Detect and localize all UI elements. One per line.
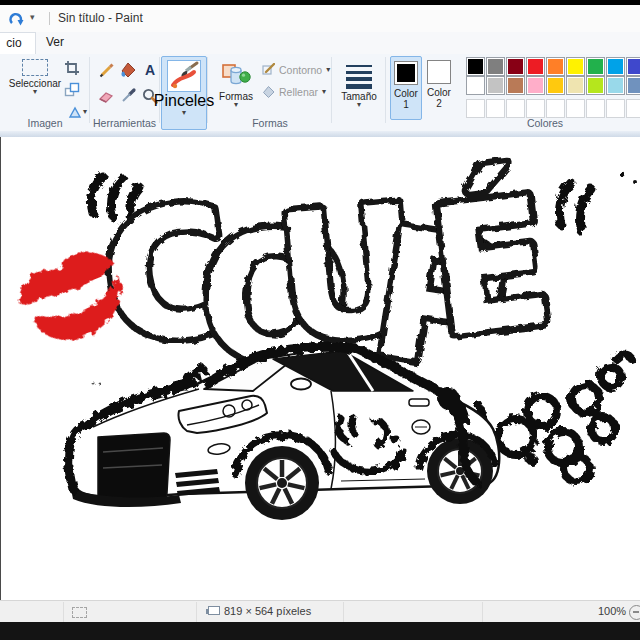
palette-swatch[interactable]	[626, 76, 640, 95]
crop-icon	[64, 60, 80, 76]
canvas-size-text: 819 × 564 píxeles	[224, 605, 311, 617]
size-button[interactable]: Tamaño ▾	[337, 56, 381, 108]
palette-swatch[interactable]	[566, 57, 585, 76]
text-tool-icon: A	[145, 62, 155, 78]
eraser-icon	[97, 87, 115, 105]
selection-size-icon	[72, 607, 87, 618]
palette-swatch[interactable]	[546, 57, 565, 76]
zoom-level-text: 100%	[598, 605, 626, 617]
palette-swatch[interactable]	[546, 76, 565, 95]
palette-swatch[interactable]	[486, 57, 505, 76]
dropdown-caret-icon: ▾	[33, 89, 37, 95]
pencil-icon	[97, 61, 115, 79]
palette-swatch-empty[interactable]	[526, 99, 545, 118]
fill-bucket-icon	[119, 61, 137, 79]
ribbon: Seleccionar ▾ ▾ Imagen	[0, 54, 640, 131]
palette-swatch[interactable]	[586, 76, 605, 95]
statusbar-separator	[343, 602, 344, 622]
window-title: Sin título - Paint	[58, 11, 143, 25]
fill-shape-icon	[262, 85, 275, 98]
line-size-icon	[345, 63, 373, 89]
ribbon-tab-row: cio Ver	[0, 32, 640, 55]
color2-label: Color 2	[427, 87, 451, 109]
qat-dropdown-caret-icon[interactable]: ▾	[30, 12, 35, 22]
palette-swatch-empty[interactable]	[546, 99, 565, 118]
brush-icon	[167, 60, 201, 92]
palette-swatch[interactable]	[526, 57, 545, 76]
select-button[interactable]: Seleccionar ▾	[6, 56, 64, 95]
fill-shape-button[interactable]: Rellenar ▾	[262, 85, 326, 98]
zoom-out-icon[interactable]	[629, 605, 640, 620]
selection-rectangle-icon	[22, 59, 48, 76]
eyedropper-icon	[119, 87, 137, 105]
undo-icon[interactable]	[8, 11, 24, 27]
image-size-icon	[206, 606, 220, 617]
pencil-tool-button[interactable]	[96, 60, 116, 80]
tab-ver[interactable]: Ver	[38, 32, 72, 53]
exhaust-smoke-doodle	[479, 355, 631, 483]
fill-shape-label: Rellenar	[279, 86, 318, 98]
svg-text:É: É	[419, 159, 563, 376]
canvas-artwork: C O U P É	[1, 137, 640, 600]
color-picker-tool-button[interactable]	[118, 86, 138, 106]
palette-swatch[interactable]	[466, 57, 485, 76]
color1-swatch	[394, 61, 418, 85]
brushes-button[interactable]: Pinceles ▾	[161, 56, 207, 130]
dropdown-caret-icon: ▾	[322, 89, 326, 95]
palette-row-2	[466, 76, 640, 95]
fill-tool-button[interactable]	[118, 60, 138, 80]
dropdown-caret-icon: ▾	[182, 110, 186, 116]
title-bar: ▾ Sin título - Paint	[0, 5, 640, 32]
palette-swatch-empty[interactable]	[486, 99, 505, 118]
outline-button[interactable]: Contorno ▾	[262, 63, 330, 76]
palette-swatch[interactable]	[626, 57, 640, 76]
palette-swatch[interactable]	[606, 76, 625, 95]
shapes-button[interactable]: Formas ▾	[213, 56, 259, 108]
outline-label: Contorno	[279, 64, 322, 76]
ribbon-group-separator	[385, 57, 386, 123]
text-tool-button[interactable]: A	[140, 60, 160, 80]
eraser-tool-button[interactable]	[96, 86, 116, 106]
crop-button[interactable]	[62, 58, 82, 78]
statusbar-separator	[196, 602, 197, 622]
palette-row-1	[466, 57, 640, 76]
palette-swatch[interactable]	[506, 76, 525, 95]
ribbon-group-separator	[331, 57, 332, 123]
palette-swatch-empty[interactable]	[586, 99, 605, 118]
formas-group-label: Formas	[232, 117, 308, 129]
color2-button[interactable]: Color 2	[424, 56, 454, 118]
herramientas-group-label: Herramientas	[90, 117, 159, 129]
palette-swatch[interactable]	[566, 76, 585, 95]
palette-swatch[interactable]	[586, 57, 605, 76]
status-bar: 819 × 564 píxeles 100%	[0, 600, 640, 623]
paint-window: ▾ Sin título - Paint cio Ver Seleccionar…	[0, 0, 640, 640]
palette-swatch-empty[interactable]	[606, 99, 625, 118]
palette-swatch[interactable]	[466, 76, 485, 95]
drawing-canvas[interactable]: C O U P É	[0, 137, 640, 600]
color1-button[interactable]: Color 1	[390, 56, 422, 120]
resize-button[interactable]	[62, 80, 82, 100]
ribbon-group-separator	[207, 57, 208, 123]
palette-swatch-empty[interactable]	[626, 99, 640, 118]
dropdown-caret-icon: ▾	[234, 102, 238, 108]
palette-swatch[interactable]	[486, 76, 505, 95]
dropdown-caret-icon: ▾	[83, 109, 87, 115]
colores-group-label: Colores	[500, 117, 590, 129]
statusbar-separator	[63, 602, 64, 622]
palette-swatch[interactable]	[526, 76, 545, 95]
palette-row-empty	[466, 99, 640, 118]
palette-swatch[interactable]	[506, 57, 525, 76]
palette-swatch[interactable]	[606, 57, 625, 76]
outline-icon	[262, 63, 275, 76]
palette-swatch-empty[interactable]	[566, 99, 585, 118]
color1-label: Color 1	[394, 88, 418, 110]
palette-swatch-empty[interactable]	[466, 99, 485, 118]
resize-icon	[64, 82, 80, 98]
front-wheel	[245, 446, 319, 520]
tab-inicio[interactable]: cio	[0, 32, 36, 55]
dropdown-caret-icon: ▾	[357, 102, 361, 108]
titlebar-separator	[49, 12, 50, 25]
palette-swatch-empty[interactable]	[506, 99, 525, 118]
screen-bottom-strip	[0, 622, 640, 640]
color2-swatch	[427, 60, 451, 84]
